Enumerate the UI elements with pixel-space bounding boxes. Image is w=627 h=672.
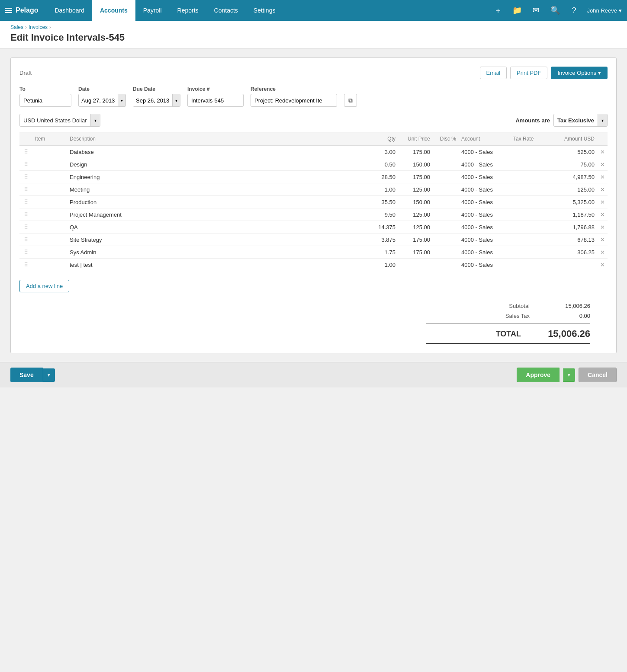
disc-cell[interactable] <box>433 146 459 158</box>
tax-rate-cell[interactable] <box>511 221 554 234</box>
drag-handle-icon[interactable]: ⠿ <box>22 211 30 218</box>
delete-row-button[interactable]: ✕ <box>597 246 608 259</box>
description-cell[interactable]: Database <box>67 146 368 158</box>
description-cell[interactable]: Engineering <box>67 171 368 183</box>
drag-handle-icon[interactable]: ⠿ <box>22 198 30 205</box>
item-cell[interactable] <box>32 158 67 171</box>
nav-item-accounts[interactable]: Accounts <box>92 0 135 21</box>
delete-row-button[interactable]: ✕ <box>597 221 608 234</box>
hamburger-icon[interactable] <box>5 8 12 13</box>
nav-item-contacts[interactable]: Contacts <box>206 0 246 21</box>
unit-price-cell[interactable]: 150.00 <box>398 158 433 171</box>
disc-cell[interactable] <box>433 183 459 196</box>
qty-cell[interactable]: 14.375 <box>368 221 398 234</box>
tax-rate-cell[interactable] <box>511 259 554 271</box>
qty-cell[interactable]: 28.50 <box>368 171 398 183</box>
breadcrumb-sales[interactable]: Sales <box>10 24 23 30</box>
account-cell[interactable]: 4000 - Sales <box>459 221 511 234</box>
nav-item-dashboard[interactable]: Dashboard <box>47 0 92 21</box>
disc-cell[interactable] <box>433 208 459 221</box>
account-cell[interactable]: 4000 - Sales <box>459 259 511 271</box>
disc-cell[interactable] <box>433 246 459 259</box>
item-cell[interactable] <box>32 183 67 196</box>
qty-cell[interactable]: 3.00 <box>368 146 398 158</box>
account-cell[interactable]: 4000 - Sales <box>459 196 511 208</box>
save-button[interactable]: Save <box>10 368 43 382</box>
reference-input[interactable] <box>251 94 337 107</box>
description-cell[interactable]: QA <box>67 221 368 234</box>
drag-handle-icon[interactable]: ⠿ <box>22 236 30 243</box>
account-cell[interactable]: 4000 - Sales <box>459 158 511 171</box>
description-cell[interactable]: Design <box>67 158 368 171</box>
delete-row-button[interactable]: ✕ <box>597 208 608 221</box>
save-dropdown-button[interactable]: ▾ <box>43 368 55 382</box>
tax-rate-cell[interactable] <box>511 208 554 221</box>
currency-select[interactable]: USD United States Dollar ▾ <box>19 114 100 127</box>
tax-rate-cell[interactable] <box>511 183 554 196</box>
tax-rate-cell[interactable] <box>511 171 554 183</box>
delete-row-button[interactable]: ✕ <box>597 146 608 158</box>
qty-cell[interactable]: 1.00 <box>368 183 398 196</box>
unit-price-cell[interactable]: 175.00 <box>398 146 433 158</box>
tax-select[interactable]: Tax Exclusive ▾ <box>553 114 608 127</box>
tax-rate-cell[interactable] <box>511 234 554 246</box>
add-new-line-button[interactable]: Add a new line <box>19 280 69 292</box>
nav-item-settings[interactable]: Settings <box>246 0 283 21</box>
qty-cell[interactable]: 1.00 <box>368 259 398 271</box>
invoice-num-input[interactable] <box>187 94 244 107</box>
qty-cell[interactable]: 3.875 <box>368 234 398 246</box>
account-cell[interactable]: 4000 - Sales <box>459 146 511 158</box>
cancel-button[interactable]: Cancel <box>579 368 617 382</box>
app-logo[interactable]: Pelago <box>5 6 38 14</box>
qty-cell[interactable]: 0.50 <box>368 158 398 171</box>
drag-handle-icon[interactable]: ⠿ <box>22 186 30 193</box>
description-cell[interactable]: Sys Admin <box>67 246 368 259</box>
invoice-options-button[interactable]: Invoice Options ▾ <box>551 67 608 79</box>
item-cell[interactable] <box>32 208 67 221</box>
nav-item-payroll[interactable]: Payroll <box>135 0 170 21</box>
unit-price-cell[interactable]: 125.00 <box>398 183 433 196</box>
item-cell[interactable] <box>32 196 67 208</box>
account-cell[interactable]: 4000 - Sales <box>459 208 511 221</box>
drag-handle-icon[interactable]: ⠿ <box>22 261 30 268</box>
drag-handle-icon[interactable]: ⠿ <box>22 161 30 168</box>
drag-handle-icon[interactable]: ⠿ <box>22 249 30 256</box>
account-cell[interactable]: 4000 - Sales <box>459 234 511 246</box>
approve-button[interactable]: Approve <box>517 368 559 382</box>
account-cell[interactable]: 4000 - Sales <box>459 246 511 259</box>
item-cell[interactable] <box>32 146 67 158</box>
unit-price-cell[interactable]: 175.00 <box>398 171 433 183</box>
account-cell[interactable]: 4000 - Sales <box>459 183 511 196</box>
date-input[interactable] <box>79 94 118 106</box>
search-icon[interactable]: 🔍 <box>549 4 561 16</box>
item-cell[interactable] <box>32 221 67 234</box>
user-menu[interactable]: John Reeve ▾ <box>587 7 622 14</box>
drag-handle-icon[interactable]: ⠿ <box>22 148 30 155</box>
print-pdf-button[interactable]: Print PDF <box>510 67 547 79</box>
nav-item-reports[interactable]: Reports <box>170 0 206 21</box>
item-cell[interactable] <box>32 246 67 259</box>
item-cell[interactable] <box>32 171 67 183</box>
qty-cell[interactable]: 35.50 <box>368 196 398 208</box>
qty-cell[interactable]: 1.75 <box>368 246 398 259</box>
tax-rate-cell[interactable] <box>511 146 554 158</box>
disc-cell[interactable] <box>433 196 459 208</box>
tax-dropdown-button[interactable]: ▾ <box>598 114 607 126</box>
description-cell[interactable]: Meeting <box>67 183 368 196</box>
delete-row-button[interactable]: ✕ <box>597 196 608 208</box>
due-date-dropdown-button[interactable]: ▾ <box>172 94 180 106</box>
disc-cell[interactable] <box>433 234 459 246</box>
mail-icon[interactable]: ✉ <box>530 4 542 16</box>
tax-rate-cell[interactable] <box>511 246 554 259</box>
delete-row-button[interactable]: ✕ <box>597 234 608 246</box>
delete-row-button[interactable]: ✕ <box>597 183 608 196</box>
tax-rate-cell[interactable] <box>511 196 554 208</box>
tax-rate-cell[interactable] <box>511 158 554 171</box>
unit-price-cell[interactable]: 175.00 <box>398 246 433 259</box>
disc-cell[interactable] <box>433 221 459 234</box>
unit-price-cell[interactable]: 150.00 <box>398 196 433 208</box>
unit-price-cell[interactable]: 125.00 <box>398 221 433 234</box>
unit-price-cell[interactable] <box>398 259 433 271</box>
due-date-input[interactable] <box>133 94 172 106</box>
disc-cell[interactable] <box>433 158 459 171</box>
